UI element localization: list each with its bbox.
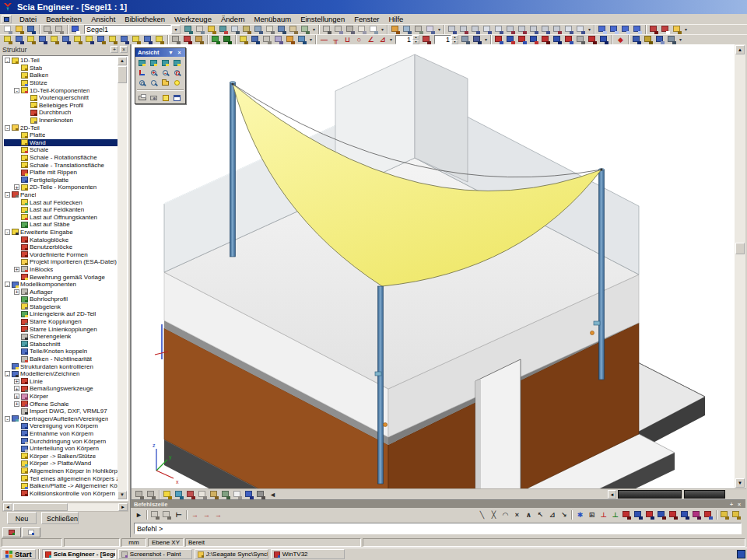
- menu-werkzeuge[interactable]: Werkzeuge: [170, 14, 216, 24]
- options-doc-icon[interactable]: [425, 25, 437, 34]
- table-icon[interactable]: [265, 25, 276, 34]
- tree-item[interactable]: Platte mit Rippen: [4, 169, 117, 177]
- struktur-panel-titlebar[interactable]: Struktur + ×: [0, 44, 130, 54]
- new-project-icon[interactable]: [2, 25, 14, 34]
- frame-view-7-icon[interactable]: [517, 25, 528, 34]
- snap-arc-icon[interactable]: [500, 510, 511, 520]
- layers-icon[interactable]: [206, 25, 218, 34]
- tree-item[interactable]: Durchdringung von Körpern: [4, 437, 117, 445]
- activity-icon[interactable]: [218, 25, 230, 34]
- cancel-calc-icon[interactable]: [660, 25, 672, 34]
- scale-input-2[interactable]: [434, 35, 451, 44]
- tree-item[interactable]: Liniengelenk auf 2D-Teil: [4, 310, 117, 318]
- tree-item[interactable]: Platte: [4, 131, 117, 139]
- move-tool-icon[interactable]: [182, 35, 194, 44]
- ruler-icon[interactable]: [413, 25, 425, 34]
- load-case-7-icon[interactable]: [563, 35, 575, 44]
- tree-horizontal-scrollbar[interactable]: ◄ ►: [2, 502, 128, 512]
- tree-item[interactable]: Beliebiges Profil: [4, 102, 117, 110]
- db-export-icon[interactable]: [643, 35, 654, 44]
- tree-expander-icon[interactable]: [14, 401, 19, 407]
- tree-item[interactable]: Übertragen/Aufteilen/Vereinigen: [4, 415, 117, 423]
- tree-item[interactable]: Last auf Feldecken: [4, 198, 117, 206]
- table-edit-3-icon[interactable]: [261, 35, 273, 44]
- tree-item[interactable]: Modellkomponenten: [4, 281, 117, 289]
- tree-item[interactable]: Stab: [4, 65, 117, 72]
- window-tile-4-icon[interactable]: [632, 25, 644, 34]
- surface-display-icon[interactable]: [162, 490, 174, 499]
- project-icon[interactable]: [183, 25, 195, 34]
- tree-item[interactable]: Körper -> Platte/Wand: [4, 460, 117, 467]
- toolbar-overflow-icon[interactable]: ▾: [380, 25, 385, 34]
- title-bar[interactable]: Scia Engineer - [Segel1 : 1]: [0, 0, 747, 14]
- redo-icon[interactable]: [54, 25, 65, 34]
- frame-view-8-icon[interactable]: [528, 25, 540, 34]
- draw-rect-icon[interactable]: [342, 35, 353, 44]
- tree-expander-icon[interactable]: [5, 282, 10, 287]
- command-input[interactable]: [134, 523, 742, 534]
- draw-circle-icon[interactable]: [353, 35, 365, 44]
- door[interactable]: [475, 359, 521, 488]
- node-snap-7-icon[interactable]: [691, 510, 703, 520]
- hscroll-thumb-2[interactable]: [684, 490, 725, 499]
- snap-cross-icon[interactable]: [511, 510, 523, 520]
- load-case-4-icon[interactable]: [528, 35, 540, 44]
- tree-item[interactable]: Innenknoten: [4, 117, 117, 124]
- clip-plane-1-icon[interactable]: [134, 490, 146, 499]
- labels-abc-icon[interactable]: [197, 490, 209, 499]
- ucs-tripod-icon[interactable]: [421, 35, 433, 44]
- frame-view-1-icon[interactable]: [447, 25, 458, 34]
- tree-expander-icon[interactable]: [5, 125, 10, 131]
- mast-center[interactable]: [378, 286, 384, 484]
- zoom-out-icon[interactable]: [160, 68, 171, 78]
- view-front-icon[interactable]: [136, 58, 148, 68]
- tree-expander-icon[interactable]: [14, 394, 19, 399]
- status-unit[interactable]: mm: [121, 538, 146, 547]
- tree-item[interactable]: Last auf Feldkanten: [4, 206, 117, 214]
- light-icon[interactable]: [171, 78, 183, 88]
- paper-space-icon[interactable]: [232, 490, 244, 499]
- view-side-icon[interactable]: [160, 58, 171, 68]
- tree-item[interactable]: Balken - Nichtlinearität: [4, 355, 117, 363]
- frame-view-3-icon[interactable]: [470, 25, 482, 34]
- menu-menuebaum[interactable]: Menübaum: [250, 14, 296, 24]
- neu-button[interactable]: Neu: [7, 512, 37, 524]
- model-viewport[interactable]: z y x Ansicht ▼ × ▲ ▼: [131, 44, 745, 499]
- gallery-print-icon[interactable]: [356, 25, 368, 34]
- iso-input-1-icon[interactable]: [149, 510, 161, 520]
- tree-item[interactable]: Stabgelenk: [4, 303, 117, 311]
- save-project-icon[interactable]: [26, 25, 37, 34]
- copy-attr-5-icon[interactable]: [49, 35, 61, 44]
- tree-item[interactable]: Panel: [4, 191, 117, 199]
- undo-icon[interactable]: [42, 25, 54, 34]
- task-scia[interactable]: Scia Engineer - [Segel...: [42, 549, 116, 559]
- load-case-10-icon[interactable]: [598, 35, 610, 44]
- snap-direction-icon[interactable]: [535, 510, 546, 520]
- tree-item[interactable]: Linie: [4, 378, 117, 386]
- select-cursor-icon[interactable]: [133, 510, 145, 520]
- window-tile-1-icon[interactable]: [597, 25, 608, 34]
- mast-left[interactable]: [230, 82, 236, 257]
- table-edit-4-icon[interactable]: [273, 35, 285, 44]
- copy-attr-2-icon[interactable]: [14, 35, 26, 44]
- tree-item[interactable]: Import DWG, DXF, VRML97: [4, 408, 117, 415]
- tree-item[interactable]: InBlocks: [4, 266, 117, 274]
- camera-icon[interactable]: [148, 93, 160, 103]
- toolbar-overflow-icon[interactable]: ▾: [587, 25, 592, 34]
- snap-intersection-icon[interactable]: [488, 510, 500, 520]
- view-print-icon[interactable]: [136, 93, 148, 103]
- tree-item[interactable]: Stütze: [4, 79, 117, 87]
- tree-item[interactable]: Benutzerblöcke: [4, 243, 117, 251]
- toolbar-overflow-icon[interactable]: ▾: [683, 25, 689, 34]
- document-icon[interactable]: [195, 25, 206, 34]
- close-icon[interactable]: ×: [120, 46, 128, 53]
- rotate-view-icon[interactable]: [136, 68, 148, 78]
- tree-item[interactable]: Teile/Knoten koppeln: [4, 348, 117, 355]
- cursor-snap-icon[interactable]: [574, 510, 586, 520]
- node-snap-1-icon[interactable]: [621, 510, 633, 520]
- tree-item[interactable]: Last auf Öffnungskanten: [4, 213, 117, 221]
- tree-item[interactable]: Allgemeinen Körper in Hohlkörper: [4, 467, 117, 475]
- tree-expander-icon[interactable]: [5, 192, 10, 198]
- snap-midpoint-icon[interactable]: [523, 510, 535, 520]
- tree-item[interactable]: Last auf Stäbe: [4, 221, 117, 229]
